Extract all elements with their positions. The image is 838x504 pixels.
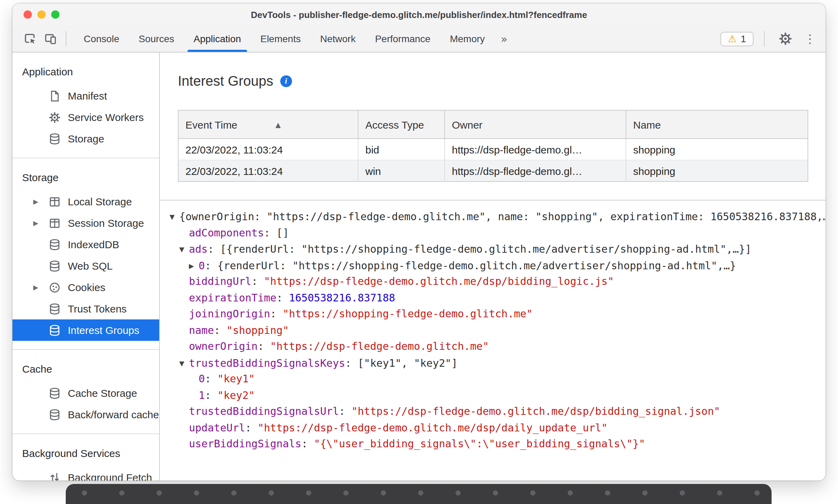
- devtools-content: ApplicationManifestService WorkersStorag…: [12, 53, 826, 480]
- tree-segment-key: ads: [189, 243, 208, 255]
- sidebar-section: Background ServicesBackground Fetch: [12, 433, 159, 480]
- document-icon: [48, 90, 61, 102]
- sidebar-item-manifest[interactable]: Manifest: [12, 85, 159, 106]
- collapse-triangle-icon[interactable]: ▼: [179, 241, 189, 258]
- tab-application[interactable]: Application: [184, 26, 251, 52]
- settings-button[interactable]: [775, 29, 796, 48]
- disclosure-triangle-icon[interactable]: ▶: [33, 219, 48, 227]
- device-toolbar-button[interactable]: [40, 29, 61, 48]
- sidebar-item-trust-tokens[interactable]: Trust Tokens: [12, 298, 159, 319]
- devtools-toolbar: Console Sources Application Elements Net…: [12, 26, 826, 53]
- database-icon: [48, 324, 61, 336]
- tree-segment-key: userBiddingSignals: [189, 438, 301, 450]
- tree-line[interactable]: 1: "key2": [170, 388, 826, 404]
- sidebar-item-interest-groups[interactable]: Interest Groups: [12, 319, 159, 341]
- tree-line[interactable]: ▼ads: [{renderUrl: "https://shopping-fle…: [170, 241, 826, 258]
- device-toolbar-icon: [44, 32, 57, 45]
- tree-line[interactable]: expirationTime: 1650538216.837188: [170, 290, 826, 306]
- column-header-access-type[interactable]: Access Type: [358, 110, 445, 139]
- tree-segment-plain: : {renderUrl: "https://shopping-fledge-d…: [205, 259, 736, 272]
- tree-segment-plain: : []: [264, 226, 289, 239]
- sidebar-item-label: Trust Tokens: [68, 303, 159, 315]
- inspect-element-button[interactable]: [19, 29, 40, 48]
- tree-line[interactable]: updateUrl: "https://dsp-fledge-demo.glit…: [170, 420, 826, 436]
- tree-segment-key: 1: [199, 389, 205, 401]
- tree-line[interactable]: userBiddingSignals: "{\"user_bidding_sig…: [170, 436, 826, 452]
- tree-line[interactable]: 0: "key1": [170, 371, 826, 388]
- cookie-icon: [48, 281, 61, 293]
- issues-warning-badge[interactable]: ⚠ 1: [720, 31, 754, 46]
- database-icon: [48, 238, 61, 251]
- tree-segment-plain: :: [339, 405, 352, 418]
- info-icon[interactable]: i: [280, 75, 292, 87]
- tree-line[interactable]: trustedBiddingSignalsUrl: "https://dsp-f…: [170, 404, 826, 420]
- sidebar-section-title: Application: [12, 58, 159, 85]
- collapse-triangle-icon[interactable]: ▼: [170, 209, 179, 225]
- tree-line[interactable]: ▶0: {renderUrl: "https://shopping-fledge…: [170, 258, 826, 274]
- page-title: Interest Groups: [178, 73, 273, 89]
- table-row[interactable]: 22/03/2022, 11:03:24 win https://dsp-fle…: [178, 160, 808, 181]
- panel-header: Interest Groups i: [160, 53, 826, 89]
- tree-line[interactable]: ▼{ownerOrigin: "https://dsp-fledge-demo.…: [170, 209, 826, 225]
- devtools-window: DevTools - publisher-fledge-demo.glitch.…: [12, 3, 826, 480]
- tab-sources[interactable]: Sources: [129, 26, 184, 52]
- tab-network[interactable]: Network: [310, 26, 365, 52]
- tree-segment-key: updateUrl: [189, 421, 245, 434]
- tree-line[interactable]: biddingUrl: "https://dsp-fledge-demo.gli…: [170, 274, 826, 290]
- sidebar-item-web-sql[interactable]: Web SQL: [12, 255, 159, 277]
- table-header-row: Event Time ▲ Access Type Owner Name: [178, 110, 808, 139]
- sidebar-item-label: IndexedDB: [68, 239, 159, 250]
- sidebar-item-label: Web SQL: [68, 260, 159, 272]
- tree-line[interactable]: joiningOrigin: "https://shopping-fledge-…: [170, 306, 826, 323]
- tree-segment-number: 1650538216.837188: [289, 291, 395, 304]
- expand-triangle-icon[interactable]: ▶: [189, 258, 199, 274]
- tree-line[interactable]: adComponents: []: [170, 225, 826, 241]
- collapse-triangle-icon[interactable]: ▼: [179, 355, 189, 371]
- sidebar-item-cookies[interactable]: ▶Cookies: [12, 277, 159, 298]
- more-tabs-button[interactable]: »: [494, 26, 514, 52]
- toolbar-separator: [764, 31, 765, 46]
- tab-console[interactable]: Console: [74, 26, 129, 52]
- sidebar-item-back-forward-cache[interactable]: Back/forward cache: [12, 404, 159, 425]
- sidebar-item-session-storage[interactable]: ▶Session Storage: [12, 212, 159, 234]
- sidebar-section: CacheCache StorageBack/forward cache: [12, 349, 159, 433]
- cell-event-time: 22/03/2022, 11:03:24: [178, 160, 358, 181]
- tree-segment-string: "key2": [217, 389, 255, 401]
- tree-segment-plain: : ["key1", "key2"]: [345, 357, 458, 369]
- sidebar-item-indexeddb[interactable]: IndexedDB: [12, 234, 159, 255]
- sidebar-item-label: Service Workers: [68, 111, 159, 123]
- sidebar-section-title: Storage: [12, 164, 159, 191]
- tree-segment-string: "key1": [217, 373, 255, 385]
- tab-elements[interactable]: Elements: [251, 26, 310, 52]
- disclosure-triangle-icon[interactable]: ▶: [33, 283, 48, 291]
- sort-ascending-icon: ▲: [275, 121, 281, 128]
- more-options-kebab-button[interactable]: ⋮: [801, 32, 819, 46]
- table-row[interactable]: 22/03/2022, 11:03:24 bid https://dsp-fle…: [178, 139, 808, 160]
- sidebar-item-background-fetch[interactable]: Background Fetch: [12, 467, 159, 480]
- tree-segment-key: ownerOrigin: [189, 340, 258, 353]
- tree-line[interactable]: ownerOrigin: "https://dsp-fledge-demo.gl…: [170, 339, 826, 355]
- column-header-owner[interactable]: Owner: [445, 110, 626, 139]
- column-header-event-time[interactable]: Event Time ▲: [178, 110, 358, 139]
- column-header-name[interactable]: Name: [626, 110, 808, 139]
- sidebar-item-label: Cookies: [68, 281, 159, 293]
- sidebar-item-label: Local Storage: [68, 196, 159, 207]
- sidebar-item-local-storage[interactable]: ▶Local Storage: [12, 191, 159, 212]
- tab-performance[interactable]: Performance: [365, 26, 440, 52]
- cell-owner: https://dsp-fledge-demo.gl…: [445, 139, 626, 160]
- sidebar-item-cache-storage[interactable]: Cache Storage: [12, 382, 159, 404]
- tree-line[interactable]: name: "shopping": [170, 323, 826, 339]
- tree-segment-plain: :: [245, 421, 258, 434]
- database-icon: [48, 302, 61, 315]
- tab-memory[interactable]: Memory: [440, 26, 494, 52]
- sidebar-item-storage[interactable]: Storage: [12, 128, 159, 149]
- toolbar-right-cluster: ⚠ 1 ⋮: [720, 29, 819, 48]
- tree-segment-string: "shopping": [226, 324, 289, 336]
- sidebar-item-service-workers[interactable]: Service Workers: [12, 106, 159, 128]
- interest-group-details-tree: ▼{ownerOrigin: "https://dsp-fledge-demo.…: [160, 200, 826, 452]
- tree-line[interactable]: ▼trustedBiddingSignalsKeys: ["key1", "ke…: [170, 355, 826, 371]
- tree-segment-plain: :: [301, 438, 314, 450]
- database-icon: [48, 408, 61, 421]
- fetch-icon: [48, 471, 61, 480]
- disclosure-triangle-icon[interactable]: ▶: [33, 198, 48, 205]
